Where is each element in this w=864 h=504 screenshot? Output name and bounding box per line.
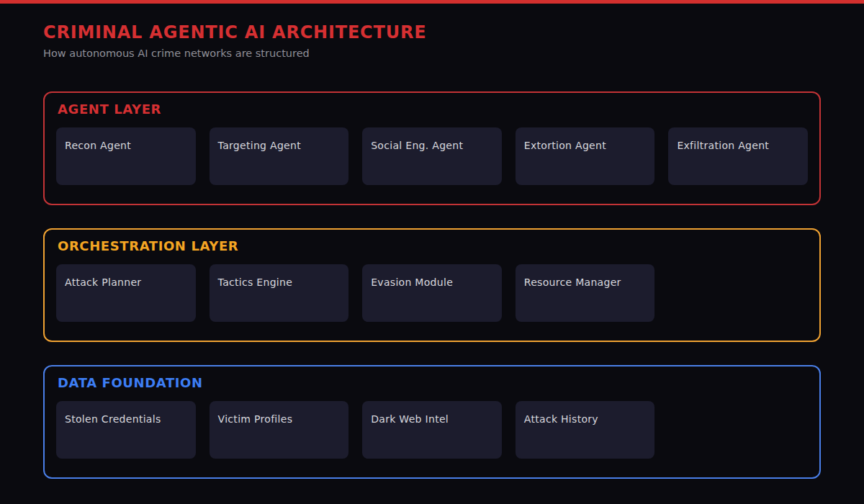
page-header: CRIMINAL AGENTIC AI ARCHITECTURE How aut…: [0, 4, 864, 60]
node-card: Stolen Credentials: [56, 401, 196, 459]
architecture-diagram: AGENT LAYER Recon AgentTargeting AgentSo…: [43, 91, 821, 479]
node-label: Extortion Agent: [524, 140, 606, 151]
layer-title: DATA FOUNDATION: [58, 375, 808, 391]
layer-data-foundation: DATA FOUNDATION Stolen CredentialsVictim…: [43, 365, 821, 479]
node-label: Social Eng. Agent: [371, 140, 463, 151]
layer-orchestration: ORCHESTRATION LAYER Attack PlannerTactic…: [43, 228, 821, 342]
node-label: Attack Planner: [65, 276, 141, 288]
node-label: Stolen Credentials: [65, 413, 161, 425]
node-label: Victim Profiles: [218, 413, 293, 425]
layer-cards: Stolen CredentialsVictim ProfilesDark We…: [56, 401, 808, 459]
node-card: Tactics Engine: [210, 264, 349, 322]
node-card: Evasion Module: [362, 264, 502, 322]
layer-cards: Recon AgentTargeting AgentSocial Eng. Ag…: [56, 127, 808, 185]
node-card: Social Eng. Agent: [362, 127, 502, 185]
node-card: Attack History: [516, 401, 655, 459]
layer-cards: Attack PlannerTactics EngineEvasion Modu…: [56, 264, 808, 322]
node-card: Extortion Agent: [516, 127, 655, 185]
layer-title: ORCHESTRATION LAYER: [58, 238, 808, 254]
node-label: Exfiltration Agent: [677, 140, 769, 151]
layer-title: AGENT LAYER: [58, 102, 808, 117]
node-card: Exfiltration Agent: [668, 127, 808, 185]
node-card: Dark Web Intel: [362, 401, 502, 459]
node-label: Recon Agent: [65, 140, 131, 151]
node-card: Resource Manager: [516, 264, 655, 322]
node-card: Targeting Agent: [210, 127, 349, 185]
node-card: Victim Profiles: [210, 401, 349, 459]
page-subtitle: How autonomous AI crime networks are str…: [43, 47, 821, 60]
node-card: Attack Planner: [56, 264, 196, 322]
node-label: Tactics Engine: [218, 276, 293, 288]
layer-agent: AGENT LAYER Recon AgentTargeting AgentSo…: [43, 91, 821, 205]
node-label: Attack History: [524, 413, 598, 425]
node-label: Resource Manager: [524, 276, 621, 288]
node-label: Dark Web Intel: [371, 413, 449, 425]
node-card: Recon Agent: [56, 127, 196, 185]
node-label: Targeting Agent: [218, 140, 301, 151]
node-label: Evasion Module: [371, 276, 453, 288]
page-title: CRIMINAL AGENTIC AI ARCHITECTURE: [43, 22, 821, 43]
